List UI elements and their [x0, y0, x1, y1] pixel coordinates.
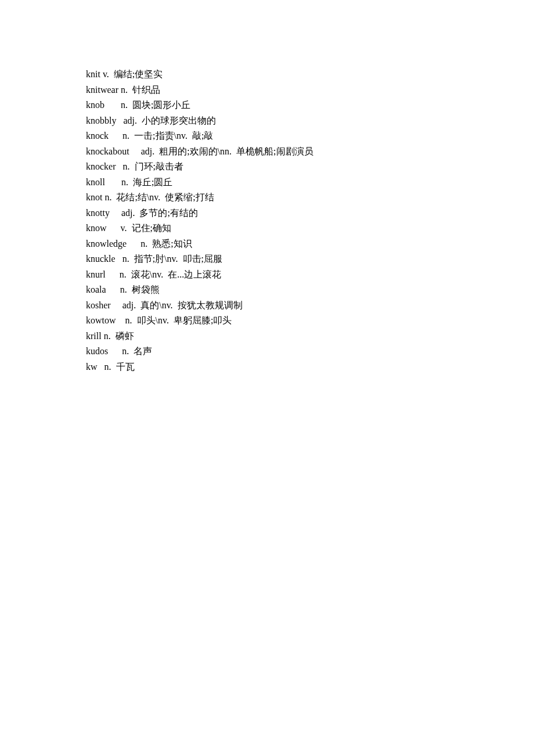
entry-word: knobbly [86, 116, 116, 125]
entry-definition: n. 花结;结\nv. 使紧缩;打结 [104, 192, 214, 202]
entry-definition: n. 磷虾 [104, 331, 134, 341]
entry-definition: n. 滚花\nv. 在...边上滚花 [108, 269, 221, 279]
entry-definition: n. 叩头\nv. 卑躬屈膝;叩头 [118, 315, 232, 325]
vocabulary-entry: knockabout adj. 粗用的;欢闹的\nn. 单桅帆船;闹剧演员 [86, 144, 476, 160]
vocabulary-entry: koala n. 树袋熊 [86, 282, 476, 298]
entry-definition: v. 记住;确知 [109, 223, 171, 233]
vocabulary-entry: kowtow n. 叩头\nv. 卑躬屈膝;叩头 [86, 313, 476, 329]
entry-word: knockabout [86, 146, 129, 156]
vocabulary-list: knit v. 编结;使坚实knitwear n. 针织品knob n. 圆块;… [86, 67, 476, 375]
entry-definition: n. 千瓦 [100, 362, 135, 372]
entry-definition: adj. 多节的;有结的 [112, 208, 198, 218]
entry-word: koala [86, 285, 106, 294]
document-page: knit v. 编结;使坚实knitwear n. 针织品knob n. 圆块;… [0, 0, 534, 375]
entry-word: knuckle [86, 254, 116, 264]
entry-word: knocker [86, 161, 116, 171]
entry-word: knoll [86, 177, 105, 187]
entry-word: krill [86, 331, 102, 341]
entry-definition: n. 针织品 [121, 85, 160, 95]
entry-word: kudos [86, 346, 108, 356]
entry-definition: n. 熟悉;知识 [129, 239, 192, 249]
vocabulary-entry: krill n. 磷虾 [86, 329, 476, 344]
vocabulary-entry: knitwear n. 针织品 [86, 82, 476, 98]
entry-word: know [86, 223, 107, 233]
entry-definition: adj. 粗用的;欢闹的\nn. 单桅帆船;闹剧演员 [132, 146, 313, 156]
entry-word: knock [86, 131, 109, 141]
vocabulary-entry: knurl n. 滚花\nv. 在...边上滚花 [86, 267, 476, 283]
vocabulary-entry: kw n. 千瓦 [86, 359, 476, 375]
vocabulary-entry: knob n. 圆块;圆形小丘 [86, 98, 476, 113]
vocabulary-entry: kudos n. 名声 [86, 344, 476, 359]
vocabulary-entry: knit v. 编结;使坚实 [86, 67, 476, 82]
vocabulary-entry: knot n. 花结;结\nv. 使紧缩;打结 [86, 190, 476, 206]
vocabulary-entry: knobbly adj. 小的球形突出物的 [86, 113, 476, 129]
entry-definition: n. 圆块;圆形小丘 [107, 100, 190, 110]
vocabulary-entry: knuckle n. 指节;肘\nv. 叩击;屈服 [86, 251, 476, 267]
entry-definition: n. 一击;指责\nv. 敲;敲 [111, 131, 213, 141]
entry-word: kowtow [86, 315, 116, 325]
vocabulary-entry: knoll n. 海丘;圆丘 [86, 175, 476, 190]
entry-definition: v. 编结;使坚实 [103, 69, 163, 79]
entry-definition: adj. 小的球形突出物的 [118, 116, 216, 125]
entry-definition: n. 名声 [110, 346, 152, 356]
entry-definition: n. 门环;敲击者 [118, 161, 183, 171]
entry-word: knitwear [86, 85, 118, 95]
entry-definition: n. 指节;肘\nv. 叩击;屈服 [118, 254, 222, 264]
entry-definition: n. 海丘;圆丘 [107, 177, 172, 187]
vocabulary-entry: know v. 记住;确知 [86, 221, 476, 236]
entry-definition: adj. 真的\nv. 按犹太教规调制 [113, 300, 243, 310]
entry-word: knotty [86, 208, 110, 218]
vocabulary-entry: knowledge n. 熟悉;知识 [86, 236, 476, 252]
vocabulary-entry: kosher adj. 真的\nv. 按犹太教规调制 [86, 298, 476, 314]
vocabulary-entry: knotty adj. 多节的;有结的 [86, 206, 476, 221]
entry-word: knot [86, 192, 102, 202]
entry-definition: n. 树袋熊 [109, 285, 160, 294]
entry-word: kw [86, 362, 98, 372]
vocabulary-entry: knocker n. 门环;敲击者 [86, 159, 476, 175]
entry-word: knob [86, 100, 104, 110]
vocabulary-entry: knock n. 一击;指责\nv. 敲;敲 [86, 128, 476, 144]
entry-word: knowledge [86, 239, 127, 249]
entry-word: kosher [86, 300, 111, 310]
entry-word: knit [86, 69, 100, 79]
entry-word: knurl [86, 269, 106, 279]
